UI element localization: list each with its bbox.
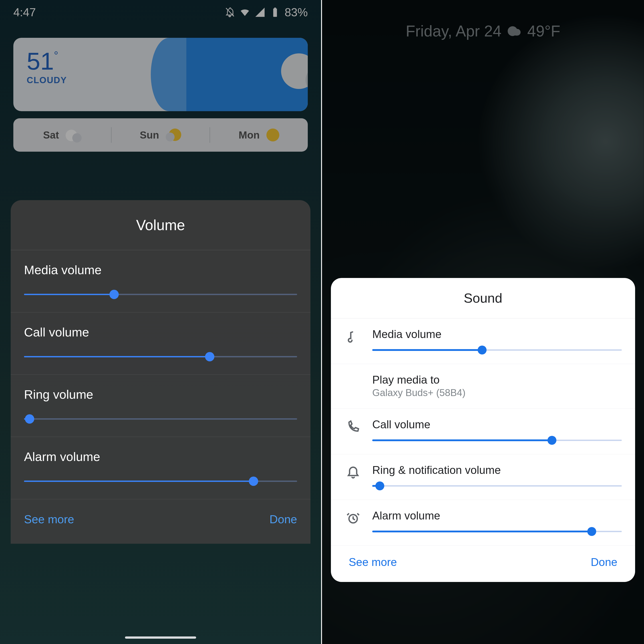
media-volume-row: Media volume xyxy=(331,318,635,364)
alarm-volume-slider[interactable] xyxy=(372,528,622,535)
sound-panel: Sound Media volume Play media to Galaxy … xyxy=(331,278,635,582)
phone-icon xyxy=(344,418,362,434)
ring-volume-slider[interactable] xyxy=(372,482,622,489)
home-indicator[interactable] xyxy=(125,636,196,639)
done-button[interactable]: Done xyxy=(591,556,617,569)
alarm-volume-label: Alarm volume xyxy=(372,509,622,522)
media-volume-slider[interactable] xyxy=(372,346,622,354)
call-volume-label: Call volume xyxy=(24,325,297,339)
call-volume-label: Call volume xyxy=(372,418,622,431)
ring-volume-row: Ring volume xyxy=(11,375,310,437)
call-volume-slider[interactable] xyxy=(24,355,297,358)
call-volume-row: Call volume xyxy=(331,409,635,454)
play-media-to-label: Play media to xyxy=(372,373,622,386)
volume-panel: Volume Media volume Call volume Ring vol… xyxy=(11,200,310,544)
done-button[interactable]: Done xyxy=(270,513,297,526)
call-volume-slider[interactable] xyxy=(372,437,622,444)
media-volume-label: Media volume xyxy=(24,263,297,277)
media-volume-slider[interactable] xyxy=(24,293,297,296)
call-volume-row: Call volume xyxy=(11,312,310,375)
ring-volume-row: Ring & notification volume xyxy=(331,454,635,500)
see-more-button[interactable]: See more xyxy=(24,513,74,526)
alarm-volume-row: Alarm volume xyxy=(11,437,310,499)
bell-icon xyxy=(344,464,362,480)
panel-title: Volume xyxy=(11,200,310,250)
output-device: Galaxy Buds+ (58B4) xyxy=(372,387,622,398)
ring-volume-label: Ring volume xyxy=(24,387,297,402)
ring-volume-label: Ring & notification volume xyxy=(372,464,622,477)
see-more-button[interactable]: See more xyxy=(349,556,397,569)
alarm-volume-row: Alarm volume xyxy=(331,500,635,545)
music-note-icon xyxy=(344,328,362,344)
panel-title: Sound xyxy=(331,278,635,318)
right-phone: Friday, Apr 24 49°F Sound Media volume P… xyxy=(322,0,644,644)
alarm-clock-icon xyxy=(344,509,362,525)
media-volume-label: Media volume xyxy=(372,328,622,341)
media-volume-row: Media volume xyxy=(11,250,310,312)
left-phone: 4:47 83% 51° CLOUDY Sat Sun xyxy=(0,0,322,644)
alarm-volume-slider[interactable] xyxy=(24,479,297,483)
play-media-to-row[interactable]: Play media to Galaxy Buds+ (58B4) xyxy=(331,364,635,409)
ring-volume-slider[interactable] xyxy=(24,417,297,421)
alarm-volume-label: Alarm volume xyxy=(24,449,297,464)
